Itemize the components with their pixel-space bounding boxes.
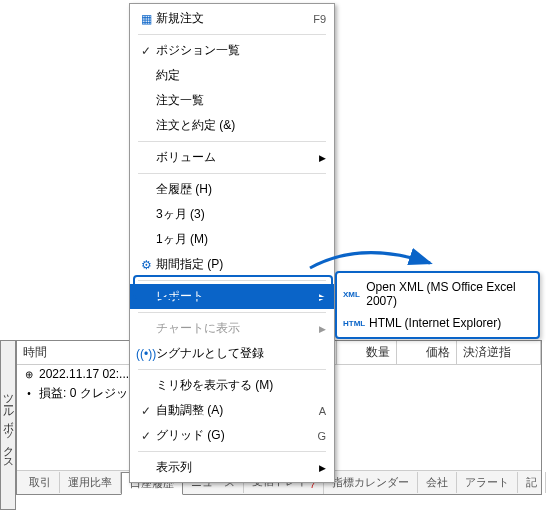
- new-order-icon: ▦: [136, 12, 156, 26]
- tab-ratio[interactable]: 運用比率: [60, 472, 121, 493]
- col-price[interactable]: 価格: [397, 341, 457, 364]
- menu-report[interactable]: レポート▶: [130, 284, 334, 309]
- menu-separator: [138, 451, 326, 452]
- menu-separator: [138, 312, 326, 313]
- menu-all-history[interactable]: 全履歴 (H): [130, 177, 334, 202]
- check-icon: ✓: [136, 404, 156, 418]
- menu-signal-register[interactable]: ((•))シグナルとして登録: [130, 341, 334, 366]
- chevron-right-icon: ▶: [314, 463, 326, 473]
- menu-volume[interactable]: ボリューム▶: [130, 145, 334, 170]
- context-menu: ▦ 新規注文 F9 ✓ ポジション一覧 約定 注文一覧 注文と約定 (&) ボリ…: [129, 3, 335, 483]
- tab-calendar[interactable]: 指標カレンダー: [324, 472, 418, 493]
- menu-1month[interactable]: 1ヶ月 (M): [130, 227, 334, 252]
- report-submenu: XML Open XML (MS Office Excel 2007) HTML…: [335, 271, 540, 339]
- chevron-right-icon: ▶: [314, 153, 326, 163]
- row-profit: 損益: 0 クレジット: [35, 385, 140, 402]
- menu-new-order[interactable]: ▦ 新規注文 F9: [130, 6, 334, 31]
- menu-period[interactable]: ⚙期間指定 (P): [130, 252, 334, 277]
- tab-company[interactable]: 会社: [418, 472, 457, 493]
- check-icon: ✓: [136, 44, 156, 58]
- expand-icon[interactable]: ⊕: [23, 369, 35, 380]
- menu-separator: [138, 173, 326, 174]
- menu-grid[interactable]: ✓グリッド (G)G: [130, 423, 334, 448]
- bullet-icon: •: [23, 388, 35, 399]
- chevron-right-icon: ▶: [314, 292, 326, 302]
- menu-deals[interactable]: 約定: [130, 63, 334, 88]
- tab-alert[interactable]: アラート: [457, 472, 518, 493]
- menu-columns[interactable]: 表示列▶: [130, 455, 334, 480]
- menu-separator: [138, 369, 326, 370]
- col-rev[interactable]: 決済逆指: [457, 341, 541, 364]
- tab-trade[interactable]: 取引: [21, 472, 60, 493]
- menu-orders[interactable]: 注文一覧: [130, 88, 334, 113]
- col-qty[interactable]: 数量: [337, 341, 397, 364]
- xml-icon: XML: [343, 290, 366, 299]
- menu-separator: [138, 141, 326, 142]
- submenu-open-xml[interactable]: XML Open XML (MS Office Excel 2007): [337, 276, 538, 312]
- submenu-html[interactable]: HTML HTML (Internet Explorer): [337, 312, 538, 334]
- menu-auto-adjust[interactable]: ✓自動調整 (A)A: [130, 398, 334, 423]
- row-timestamp: 2022.11.17 02:...: [35, 367, 129, 381]
- gear-icon: ⚙: [136, 258, 156, 272]
- menu-show-ms[interactable]: ミリ秒を表示する (M): [130, 373, 334, 398]
- chevron-right-icon: ▶: [314, 324, 326, 334]
- menu-separator: [138, 34, 326, 35]
- check-icon: ✓: [136, 429, 156, 443]
- menu-deals-orders[interactable]: 注文と約定 (&): [130, 113, 334, 138]
- tab-more[interactable]: 記: [518, 472, 546, 493]
- menu-3months[interactable]: 3ヶ月 (3): [130, 202, 334, 227]
- html-icon: HTML: [343, 319, 369, 328]
- menu-separator: [138, 280, 326, 281]
- toolbox-vertical-label: ツールボックス: [0, 340, 16, 510]
- menu-positions[interactable]: ✓ ポジション一覧: [130, 38, 334, 63]
- signal-icon: ((•)): [136, 347, 156, 361]
- menu-chart-show[interactable]: チャートに表示▶: [130, 316, 334, 341]
